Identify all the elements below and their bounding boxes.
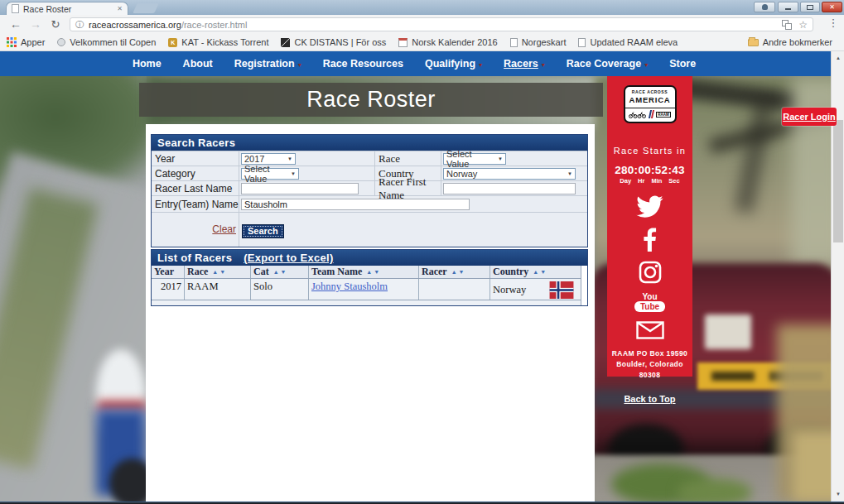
bookmark-favicon-icon: K bbox=[168, 38, 177, 47]
column-header-team[interactable]: Team Name▲▼ bbox=[309, 266, 419, 278]
scrollbar-thumb[interactable] bbox=[833, 120, 843, 242]
bookmark-label: CK DISTANS | För oss bbox=[294, 37, 386, 47]
site-nav-items: Home About Registration▾ Race Resources … bbox=[124, 51, 704, 76]
page-info-icon[interactable]: ⓘ bbox=[75, 19, 84, 31]
tab-title: Race Roster bbox=[23, 4, 71, 14]
select-caret-icon: ▼ bbox=[287, 156, 292, 161]
profile-button[interactable] bbox=[754, 2, 775, 12]
chevron-down-icon: ▾ bbox=[644, 61, 648, 69]
twitter-icon[interactable] bbox=[636, 195, 663, 218]
racer-login-button[interactable]: Racer Login bbox=[782, 108, 837, 126]
racers-table: Year Race▲▼ Cat▲▼ Team Name▲▼ Racer▲▼ Co… bbox=[152, 266, 581, 305]
calendar-icon bbox=[398, 38, 408, 47]
column-header-racer[interactable]: Racer▲▼ bbox=[419, 266, 490, 278]
bookmarks-bar: Apper Velkommen til Copen K KAT - Kickas… bbox=[0, 34, 844, 51]
entry-name-label: Entry(Team) Name bbox=[152, 196, 239, 212]
back-button[interactable]: ← bbox=[7, 16, 25, 32]
email-icon[interactable] bbox=[636, 321, 664, 339]
translate-icon[interactable] bbox=[782, 20, 792, 30]
bookmark-item[interactable]: Norgeskart bbox=[510, 37, 567, 47]
apps-shortcut[interactable]: Apper bbox=[7, 37, 45, 47]
first-name-input[interactable] bbox=[443, 183, 576, 194]
cell-racer bbox=[419, 279, 490, 300]
scroll-down-icon[interactable]: ▼ bbox=[832, 488, 844, 499]
nav-item-qualifying[interactable]: Qualifying▾ bbox=[425, 58, 482, 70]
last-name-label: Racer Last Name bbox=[152, 181, 239, 195]
page-icon bbox=[578, 38, 586, 47]
bookmark-label: Norgeskart bbox=[522, 37, 567, 47]
team-name-link[interactable]: Johnny Stausholm bbox=[311, 281, 388, 292]
browser-window: Race Roster ✕ ✕ ← → ↻ ⓘ raceacrossameric… bbox=[0, 0, 844, 504]
nav-item-about[interactable]: About bbox=[183, 58, 213, 70]
maximize-button[interactable] bbox=[800, 2, 820, 12]
facebook-icon[interactable] bbox=[643, 227, 657, 252]
last-name-input[interactable] bbox=[241, 183, 359, 194]
nav-item-race-resources[interactable]: Race Resources bbox=[323, 58, 403, 70]
nav-item-racers[interactable]: Racers▾ bbox=[504, 58, 545, 70]
nav-item-store[interactable]: Store bbox=[669, 58, 696, 70]
new-tab-button[interactable] bbox=[133, 3, 159, 13]
year-label: Year bbox=[152, 151, 239, 166]
entry-name-input[interactable] bbox=[241, 199, 470, 210]
bookmark-label: Updated RAAM eleva bbox=[590, 37, 678, 47]
browser-menu-button[interactable]: ⋮ bbox=[827, 17, 839, 29]
minimize-icon bbox=[785, 8, 791, 10]
nav-item-registration[interactable]: Registration▾ bbox=[234, 58, 301, 70]
clear-link[interactable]: Clear bbox=[212, 223, 236, 235]
tab-favicon-icon bbox=[12, 4, 19, 13]
other-bookmarks-button[interactable]: Andre bokmerker bbox=[748, 37, 832, 47]
category-label: Category bbox=[152, 166, 239, 180]
roster-heading: List of Racers bbox=[157, 250, 232, 266]
close-icon: ✕ bbox=[829, 3, 835, 11]
reload-button[interactable]: ↻ bbox=[46, 16, 65, 32]
close-button[interactable]: ✕ bbox=[822, 2, 842, 12]
scroll-up-icon[interactable]: ▲ bbox=[832, 52, 844, 63]
cell-country: Norway bbox=[490, 279, 581, 300]
select-caret-icon: ▼ bbox=[291, 171, 296, 176]
page-title: Race Roster bbox=[139, 83, 603, 117]
bookmark-item[interactable]: Norsk Kalender 2016 bbox=[398, 37, 497, 47]
bookmark-item[interactable]: Updated RAAM eleva bbox=[578, 37, 678, 47]
minimize-button[interactable] bbox=[778, 2, 798, 12]
sort-arrows-icon[interactable]: ▲▼ bbox=[366, 269, 381, 276]
sort-arrows-icon[interactable]: ▲▼ bbox=[273, 269, 288, 276]
cell-race: RAAM bbox=[185, 279, 251, 300]
category-select[interactable]: Select Value ▼ bbox=[241, 168, 299, 180]
column-header-cat[interactable]: Cat▲▼ bbox=[251, 266, 309, 278]
bookmark-label: Norsk Kalender 2016 bbox=[412, 37, 497, 47]
column-header-race[interactable]: Race▲▼ bbox=[185, 266, 251, 278]
page-content: Race Roster Search Racers Year 2017 ▼ Ra… bbox=[0, 76, 844, 502]
export-to-excel-link[interactable]: (Export to Excel) bbox=[244, 250, 333, 266]
column-header-year: Year bbox=[152, 266, 185, 278]
bookmark-item[interactable]: K KAT - Kickass Torrent bbox=[168, 37, 268, 47]
bookmark-item[interactable]: CK DISTANS | För oss bbox=[281, 37, 386, 47]
youtube-icon[interactable]: You Tube bbox=[634, 293, 665, 312]
norway-flag-icon bbox=[549, 281, 574, 299]
race-starts-label: Race Starts in bbox=[607, 146, 692, 156]
column-header-country[interactable]: Country▲▼ bbox=[490, 266, 581, 278]
bookmark-star-icon[interactable]: ☆ bbox=[798, 19, 808, 31]
window-titlebar: Race Roster ✕ ✕ bbox=[0, 0, 844, 15]
year-select[interactable]: 2017 ▼ bbox=[241, 153, 296, 165]
search-button[interactable]: Search bbox=[242, 224, 284, 238]
sort-arrows-icon[interactable]: ▲▼ bbox=[533, 269, 547, 276]
instagram-icon[interactable] bbox=[639, 261, 662, 284]
sort-arrows-icon[interactable]: ▲▼ bbox=[451, 269, 466, 276]
cyclists-icon bbox=[629, 111, 647, 118]
back-to-top-link[interactable]: Back to Top bbox=[624, 394, 675, 404]
race-select[interactable]: Select Value ▼ bbox=[443, 153, 506, 165]
select-caret-icon: ▼ bbox=[498, 156, 503, 161]
cell-cat: Solo bbox=[251, 279, 309, 300]
address-bar[interactable]: ⓘ raceacrossamerica.org /race-roster.htm… bbox=[70, 17, 813, 31]
bookmark-item[interactable]: Velkommen til Copen bbox=[57, 37, 156, 47]
bookmark-favicon-icon bbox=[281, 38, 290, 47]
raam-logo[interactable]: RACE ACROSS AMERICA RAAM bbox=[624, 85, 677, 123]
forward-button[interactable]: → bbox=[27, 16, 45, 32]
tab-close-icon[interactable]: ✕ bbox=[117, 5, 123, 12]
nav-item-home[interactable]: Home bbox=[133, 58, 162, 70]
bookmark-label: Apper bbox=[21, 37, 45, 47]
country-select[interactable]: Norway ▼ bbox=[443, 168, 576, 180]
browser-tab[interactable]: Race Roster ✕ bbox=[6, 2, 128, 15]
sort-arrows-icon[interactable]: ▲▼ bbox=[212, 269, 227, 276]
nav-item-race-coverage[interactable]: Race Coverage▾ bbox=[567, 58, 648, 70]
